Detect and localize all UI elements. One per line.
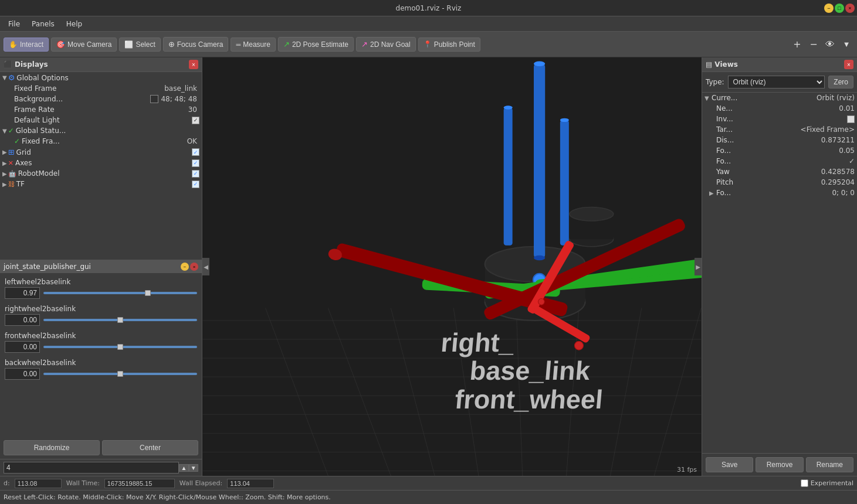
- joint-control-rightwheel: [5, 314, 197, 326]
- viewport[interactable]: right_ base_link front_wheel ◀ ▶ 31 fps: [202, 57, 702, 476]
- joint-thumb-frontwheel[interactable]: [117, 344, 123, 350]
- type-select[interactable]: Orbit (rviz) FPS (rviz) TopDownOrtho (rv…: [728, 76, 825, 88]
- experimental-container: Experimental: [801, 479, 853, 487]
- joint-track-rightwheel: [43, 319, 197, 321]
- joint-value-frontwheel[interactable]: [5, 341, 40, 353]
- randomize-button[interactable]: Randomize: [4, 440, 100, 455]
- frame-rate-row[interactable]: Frame Rate 30: [0, 104, 202, 115]
- robot-model-row[interactable]: ▶ 🤖 RobotModel ✓: [0, 168, 202, 179]
- global-status-row[interactable]: ▼ ✓ Global Statu...: [0, 125, 202, 136]
- joint-thumb-rightwheel[interactable]: [117, 317, 123, 323]
- current-view-row[interactable]: ▼ Curre... Orbit (rviz): [702, 93, 857, 103]
- joint-slider-leftwheel[interactable]: [43, 287, 197, 299]
- viewport-arrow-right[interactable]: ▶: [695, 258, 702, 275]
- number-input[interactable]: [4, 462, 179, 474]
- focus-check-row[interactable]: Fo... ✓: [702, 156, 857, 166]
- svg-text:front_wheel: front_wheel: [453, 384, 604, 414]
- views-panel-header: ▤ Views ×: [702, 57, 857, 72]
- near-clip-row[interactable]: Ne... 0.01: [702, 103, 857, 114]
- time-input[interactable]: [15, 479, 62, 488]
- svg-rect-29: [560, 120, 569, 246]
- global-options-row[interactable]: ▼ ⚙ Global Options: [0, 72, 202, 83]
- crosshair-button[interactable]: +: [790, 38, 804, 52]
- grid-check[interactable]: ✓: [192, 148, 199, 156]
- default-light-check[interactable]: ✓: [192, 117, 199, 124]
- interact-button[interactable]: Interact: [4, 38, 49, 52]
- maximize-button[interactable]: □: [835, 4, 844, 13]
- menu-bar: File Panels Help: [0, 16, 857, 32]
- invert-check[interactable]: [847, 115, 855, 123]
- menu-panels[interactable]: Panels: [26, 19, 60, 29]
- joint-slider-frontwheel[interactable]: [43, 341, 197, 353]
- measure-button[interactable]: ═ Measure: [231, 38, 275, 52]
- nav-goal-button[interactable]: ↗ 2D Nav Goal: [356, 37, 416, 52]
- experimental-checkbox[interactable]: [801, 479, 808, 487]
- joint-slider-rightwheel[interactable]: [43, 314, 197, 326]
- joint-value-leftwheel[interactable]: [5, 287, 40, 299]
- remove-view-button[interactable]: Remove: [756, 457, 803, 472]
- joint-slider-backwheel[interactable]: [43, 368, 197, 380]
- joint-value-rightwheel[interactable]: [5, 314, 40, 326]
- pitch-row[interactable]: Pitch 0.295204: [702, 177, 857, 188]
- select-button[interactable]: ⬜ Select: [119, 38, 160, 52]
- 3d-scene: right_ base_link front_wheel: [202, 57, 702, 476]
- joint-panel-buttons: Randomize Center: [0, 437, 202, 459]
- invert-row[interactable]: Inv...: [702, 114, 857, 124]
- views-close-button[interactable]: ×: [844, 60, 853, 69]
- save-view-button[interactable]: Save: [706, 457, 753, 472]
- rename-view-button[interactable]: Rename: [806, 457, 853, 472]
- pitch-label: Pitch: [716, 178, 821, 186]
- joint-publisher-close[interactable]: ×: [190, 263, 198, 271]
- minus-icon-button[interactable]: −: [807, 38, 821, 52]
- grid-row[interactable]: ▶ ⊞ Grid ✓: [0, 147, 202, 158]
- fixed-frame-row[interactable]: Fixed Frame base_link: [0, 83, 202, 94]
- target-frame-row[interactable]: Tar... <Fixed Frame>: [702, 124, 857, 135]
- focal-point-row[interactable]: ▶ Fo... 0; 0; 0: [702, 188, 857, 198]
- viewport-arrow-left[interactable]: ◀: [202, 258, 209, 275]
- time-label: d:: [4, 479, 10, 487]
- joint-value-backwheel[interactable]: [5, 368, 40, 380]
- tf-icon: ⛓: [8, 181, 15, 188]
- wall-elapsed-input[interactable]: [227, 479, 274, 488]
- pose-estimate-button[interactable]: ↗ 2D Pose Estimate: [278, 37, 354, 52]
- svg-point-28: [504, 105, 513, 109]
- robot-check[interactable]: ✓: [192, 170, 199, 178]
- center-button[interactable]: Center: [102, 440, 198, 455]
- wall-time-input[interactable]: [104, 479, 175, 488]
- close-button[interactable]: ×: [845, 4, 855, 13]
- robot-model-expander: ▶: [2, 171, 7, 177]
- eye-button[interactable]: 👁: [823, 38, 837, 52]
- default-light-row[interactable]: Default Light ✓: [0, 115, 202, 125]
- svg-text:right_: right_: [440, 328, 516, 357]
- title-bar: demo01.rviz - Rviz − □ ×: [0, 0, 857, 16]
- displays-close-button[interactable]: ×: [189, 60, 198, 69]
- move-camera-button[interactable]: 🎯 Move Camera: [51, 38, 117, 52]
- tf-check[interactable]: ✓: [192, 181, 199, 188]
- minimize-button[interactable]: −: [824, 4, 834, 13]
- spin-up-button[interactable]: ▲: [179, 464, 188, 472]
- joint-publisher-minimize[interactable]: −: [181, 263, 189, 271]
- menu-help[interactable]: Help: [60, 19, 88, 29]
- menu-file[interactable]: File: [2, 19, 26, 29]
- joint-row-leftwheel: leftwheel2baselink: [5, 278, 197, 299]
- svg-point-26: [534, 256, 545, 261]
- joint-thumb-leftwheel[interactable]: [145, 290, 151, 296]
- axes-row[interactable]: ▶ ✕ Axes ✓: [0, 158, 202, 168]
- joint-thumb-backwheel[interactable]: [117, 371, 123, 377]
- background-color-swatch[interactable]: [150, 95, 158, 103]
- dropdown-arrow[interactable]: ▼: [839, 38, 853, 52]
- axes-check[interactable]: ✓: [192, 159, 199, 167]
- background-row[interactable]: Background... 48; 48; 48: [0, 94, 202, 104]
- window-controls[interactable]: − □ ×: [824, 4, 855, 13]
- distance-row[interactable]: Dis... 0.873211: [702, 135, 857, 145]
- zero-button[interactable]: Zero: [828, 76, 853, 88]
- displays-panel-title: ⬛ Displays: [4, 60, 48, 69]
- tf-row[interactable]: ▶ ⛓ TF ✓: [0, 179, 202, 189]
- spin-down-button[interactable]: ▼: [189, 464, 198, 472]
- yaw-row[interactable]: Yaw 0.428578: [702, 166, 857, 177]
- focus-camera-button[interactable]: ⊕ Focus Camera: [163, 37, 229, 52]
- publish-point-button[interactable]: 📍 Publish Point: [418, 38, 480, 52]
- svg-text:base_link: base_link: [469, 356, 592, 386]
- focus-row[interactable]: Fo... 0.05: [702, 145, 857, 156]
- joint-row-backwheel: backwheel2baselink: [5, 359, 197, 380]
